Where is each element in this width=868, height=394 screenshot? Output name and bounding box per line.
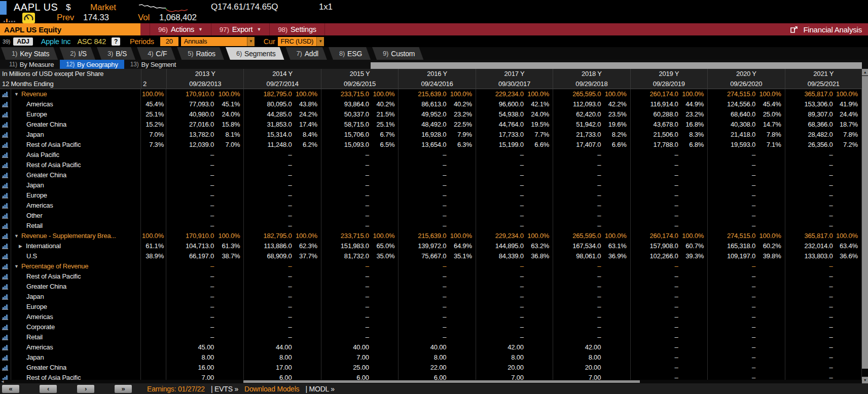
- value-cell: –: [398, 190, 475, 201]
- row-chart-icon[interactable]: [0, 170, 11, 180]
- row-chart-icon[interactable]: [0, 190, 11, 201]
- row-label[interactable]: ▼Revenue: [11, 89, 141, 99]
- cell-pct: [755, 302, 784, 312]
- screen-title[interactable]: Financial Analysis: [790, 23, 868, 35]
- menu-item-actions[interactable]: 96)Actions▼: [150, 23, 211, 35]
- cell-pct: 7.2%: [833, 140, 861, 150]
- row-chart-icon[interactable]: [0, 342, 11, 352]
- cell-pct: [292, 352, 320, 363]
- row-chart-icon[interactable]: [0, 251, 11, 261]
- cell-pct: [292, 302, 320, 312]
- row-chart-icon[interactable]: [0, 201, 11, 211]
- row-chart-icon[interactable]: [0, 363, 11, 373]
- menu-item-export[interactable]: 97)Export▼: [211, 23, 270, 35]
- cell-pct: [524, 312, 553, 322]
- row-chart-icon[interactable]: [0, 120, 11, 130]
- cell-value: –: [785, 302, 833, 312]
- help-button[interactable]: ?: [112, 37, 120, 46]
- value-cell: 19,593.07.1%: [707, 140, 784, 150]
- period-type-dropdown[interactable]: Annuals ▼: [181, 37, 255, 46]
- row-label[interactable]: ▼Percentage of Revenue: [11, 261, 141, 271]
- top-horizontal-scrollbar-thumb[interactable]: [371, 62, 862, 69]
- cell-value: 19,593.0: [708, 140, 755, 150]
- horizontal-scrollbar-thumb[interactable]: [243, 380, 640, 383]
- row-chart-icon[interactable]: [0, 231, 11, 241]
- row-chart-icon[interactable]: [0, 322, 11, 332]
- cell-pct: [369, 180, 398, 190]
- cell-pct: 62.3%: [292, 241, 320, 251]
- row-chart-icon[interactable]: [0, 140, 11, 150]
- subtab-by-measure[interactable]: 11)By Measure: [3, 60, 60, 69]
- subtab-label: By Measure: [20, 61, 54, 68]
- row-label-text: Retail: [26, 332, 43, 342]
- row-chart-icon[interactable]: [0, 89, 11, 99]
- tab-c-f[interactable]: 4)C/F: [137, 47, 175, 60]
- value-cell: –: [243, 170, 320, 180]
- tab-addl[interactable]: 7)Addl: [286, 47, 327, 60]
- menu-item-label: Actions: [171, 25, 194, 33]
- row-chart-icon[interactable]: [0, 312, 11, 322]
- nav-next-button[interactable]: ›: [77, 385, 94, 393]
- row-chart-icon[interactable]: [0, 282, 11, 292]
- earnings-link[interactable]: Earnings: 01/27/22: [147, 385, 205, 393]
- cell-pct: 100.0%: [601, 231, 630, 241]
- cell-value: –: [399, 312, 446, 322]
- cell-pct: [755, 211, 784, 221]
- cell-value: 96,600.0: [476, 99, 524, 109]
- row-chart-icon[interactable]: [0, 332, 11, 342]
- tab-b-s[interactable]: 3)B/S: [97, 47, 135, 60]
- tab-ratios[interactable]: 5)Ratios: [177, 47, 224, 60]
- currency-dropdown[interactable]: FRC (USD) ▼: [278, 37, 324, 46]
- periods-input[interactable]: 20: [160, 37, 178, 46]
- row-chart-icon[interactable]: [0, 221, 11, 231]
- row-chart-icon[interactable]: [0, 261, 11, 271]
- modl-link[interactable]: | MODL »: [305, 385, 335, 393]
- row-chart-icon[interactable]: [0, 271, 11, 282]
- subtab-by-geography[interactable]: 12)By Geography: [60, 60, 124, 69]
- row-label[interactable]: ▼Revenue - Supplementary Brea...: [11, 231, 141, 241]
- cell-value: –: [785, 271, 833, 282]
- tab-custom[interactable]: 9)Custom: [372, 47, 423, 60]
- cell-pct: [292, 312, 320, 322]
- tab-i-s[interactable]: 2)I/S: [59, 47, 95, 60]
- scroll-up-icon[interactable]: ▲: [862, 69, 868, 75]
- row-chart-icon[interactable]: [0, 160, 11, 170]
- vertical-scrollbar-thumb[interactable]: [862, 76, 868, 369]
- cell-pct: [214, 312, 243, 322]
- cell-value: 102,266.0: [631, 251, 678, 261]
- date-header: 09/28/2019: [630, 79, 707, 89]
- row-chart-icon[interactable]: [0, 130, 11, 140]
- row-chart-icon[interactable]: [0, 211, 11, 221]
- cell-value: 182,795.0: [244, 89, 292, 99]
- row-chart-icon[interactable]: [0, 99, 11, 109]
- download-models-link[interactable]: Download Models: [244, 385, 299, 393]
- tab-esg[interactable]: 8)ESG: [329, 47, 371, 60]
- row-chart-icon[interactable]: [0, 302, 11, 312]
- security-tab[interactable]: AAPL US Equity: [0, 23, 140, 35]
- evts-link[interactable]: | EVTS »: [211, 385, 238, 393]
- tab-key-stats[interactable]: 1)Key Stats: [1, 47, 58, 60]
- row-chart-icon[interactable]: [0, 241, 11, 251]
- row-label[interactable]: ▶International: [11, 241, 141, 251]
- nav-prev-button[interactable]: ‹: [40, 385, 57, 393]
- row-chart-icon[interactable]: [0, 292, 11, 302]
- row-chart-icon[interactable]: [0, 150, 11, 160]
- tab-segments[interactable]: 6)Segments: [226, 47, 284, 60]
- menu-item-settings[interactable]: 98)Settings: [270, 23, 325, 35]
- cell-pct: 63.2%: [524, 241, 553, 251]
- cell-pct: [524, 211, 553, 221]
- row-chart-icon[interactable]: [0, 180, 11, 190]
- nav-last-button[interactable]: »: [115, 385, 132, 393]
- table-row: Rest of Asia Pacific–––––––––: [0, 271, 862, 282]
- adj-button[interactable]: ADJ: [13, 37, 32, 46]
- cell-value: –: [476, 322, 524, 332]
- row-chart-icon[interactable]: [0, 352, 11, 363]
- nav-first-button[interactable]: «: [2, 385, 19, 393]
- row-chart-icon[interactable]: [0, 373, 11, 380]
- row-chart-icon[interactable]: [0, 109, 11, 120]
- cell-value: –: [476, 312, 524, 322]
- scroll-left-icon[interactable]: ◄: [1, 380, 5, 383]
- scroll-down-icon[interactable]: ▼: [862, 377, 868, 383]
- subtab-by-segment[interactable]: 13)By Segment: [124, 60, 183, 69]
- cell-pct: [446, 190, 475, 201]
